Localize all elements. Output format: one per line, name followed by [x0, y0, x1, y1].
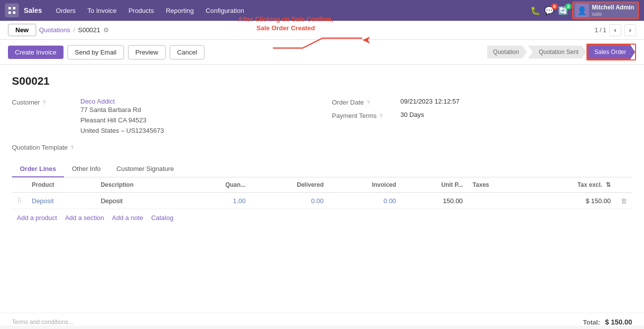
- bug-icon[interactable]: 🐛: [530, 6, 540, 15]
- nav-right: 🐛 💬 5 🔄 2 👤 Mitchell Admin sale: [530, 1, 639, 19]
- main-scroll-area[interactable]: S00021 Customer ? Deco Addict 77 Santa B…: [0, 65, 644, 326]
- tab-customer-signature[interactable]: Customer Signature: [109, 161, 182, 177]
- send-by-email-button[interactable]: Send by Email: [67, 45, 124, 59]
- catalog-link[interactable]: Catalog: [151, 214, 174, 221]
- customer-address: 77 Santa Barbara Rd Pleasant Hill CA 945…: [80, 105, 164, 136]
- drag-handle[interactable]: ⠿: [17, 197, 22, 205]
- col-unit-price: Unit P...: [401, 177, 467, 193]
- col-quantity: Quan...: [187, 177, 251, 193]
- new-button[interactable]: New: [8, 24, 36, 36]
- svg-rect-3: [13, 11, 15, 14]
- nav-items: Orders To Invoice Products Reporting Con…: [51, 5, 531, 16]
- main-content: S00021 Customer ? Deco Addict 77 Santa B…: [0, 65, 644, 313]
- customer-row: Customer ? Deco Addict 77 Santa Barbara …: [12, 98, 312, 136]
- tab-other-info[interactable]: Other Info: [64, 161, 109, 177]
- svg-rect-1: [13, 7, 15, 9]
- order-id: S00021: [12, 75, 632, 88]
- col-description: Description: [96, 177, 187, 193]
- action-bar-wrapper: Create Invoice Send by Email Preview Can…: [0, 40, 644, 65]
- order-date-row: Order Date ? 09/21/2023 12:12:57: [332, 98, 632, 106]
- customer-label: Customer ?: [12, 98, 76, 106]
- nav-item-configuration[interactable]: Configuration: [201, 5, 249, 16]
- app-menu-icon[interactable]: [5, 3, 19, 17]
- payment-terms-row: Payment Terms ? 30 Days: [332, 111, 632, 119]
- add-actions: Add a product Add a section Add a note C…: [12, 209, 632, 226]
- create-invoice-button[interactable]: Create Invoice: [8, 46, 64, 59]
- col-tax-excl: Tax excl. ⇅: [524, 177, 616, 193]
- sort-icon[interactable]: ⇅: [606, 181, 611, 188]
- tab-order-lines[interactable]: Order Lines: [12, 161, 64, 177]
- svg-rect-0: [8, 7, 11, 9]
- breadcrumb-parent[interactable]: Quotations: [39, 26, 70, 34]
- table-row: ⠿ Deposit Deposit 1.00 0.00 0.00 150.00 …: [12, 193, 632, 209]
- breadcrumb-separator: /: [73, 26, 75, 34]
- terms-bar: Terms and conditions... Total: $ 150.00: [0, 313, 644, 326]
- col-invoiced: Invoiced: [328, 177, 401, 193]
- status-step-quotation-sent[interactable]: Quotation Sent: [528, 46, 586, 58]
- avatar: 👤: [575, 3, 589, 17]
- product-delivered[interactable]: 0.00: [251, 193, 328, 209]
- product-tax-excl: $ 150.00: [524, 193, 616, 209]
- total-label: Total:: [583, 319, 600, 326]
- order-form: Customer ? Deco Addict 77 Santa Barbara …: [12, 98, 632, 151]
- top-navigation: Sales Orders To Invoice Products Reporti…: [0, 0, 644, 21]
- nav-item-orders[interactable]: Orders: [51, 5, 81, 16]
- action-bar: Create Invoice Send by Email Preview Can…: [0, 40, 644, 65]
- order-table: Product Description Quan... Delivered In…: [12, 177, 632, 209]
- product-invoiced[interactable]: 0.00: [328, 193, 401, 209]
- product-unit-price: 150.00: [401, 193, 467, 209]
- pagination: 1 / 1 ‹ ›: [595, 24, 636, 36]
- user-name: Mitchell Admin: [592, 4, 634, 11]
- user-role: sale: [592, 11, 634, 17]
- svg-rect-2: [8, 11, 11, 14]
- order-date-label: Order Date ?: [332, 98, 396, 106]
- user-profile[interactable]: 👤 Mitchell Admin sale: [572, 1, 639, 19]
- customer-value: Deco Addict 77 Santa Barbara Rd Pleasant…: [80, 98, 164, 136]
- chat-badge: 5: [551, 3, 558, 9]
- add-section-link[interactable]: Add a section: [65, 214, 104, 221]
- activity-badge: 2: [565, 3, 572, 9]
- preview-button[interactable]: Preview: [128, 45, 166, 59]
- status-step-sales-order[interactable]: Sales Order: [587, 45, 635, 59]
- status-pipeline: Quotation Quotation Sent Sales Order: [487, 44, 636, 60]
- status-step-quotation[interactable]: Quotation: [487, 46, 527, 58]
- product-name[interactable]: Deposit: [27, 193, 96, 209]
- nav-item-to-invoice[interactable]: To Invoice: [82, 5, 122, 16]
- spacer-area: [12, 226, 632, 266]
- settings-icon[interactable]: ⚙: [103, 26, 109, 34]
- nav-item-products[interactable]: Products: [124, 5, 159, 16]
- terms-conditions[interactable]: Terms and conditions...: [12, 319, 73, 326]
- quotation-template-label: Quotation Template ?: [12, 143, 76, 151]
- delete-row-icon[interactable]: 🗑: [621, 197, 627, 205]
- next-page-button[interactable]: ›: [624, 24, 636, 36]
- product-description: Deposit: [96, 193, 187, 209]
- breadcrumb-bar: New Quotations / S00021 ⚙ 1 / 1 ‹ ›: [0, 21, 644, 40]
- breadcrumb-current: S00021: [78, 26, 100, 34]
- activity-icon[interactable]: 🔄 2: [558, 6, 568, 15]
- quotation-template-row: Quotation Template ?: [12, 143, 312, 151]
- product-taxes: [468, 193, 524, 209]
- col-taxes: Taxes: [468, 177, 524, 193]
- order-date-value: 09/21/2023 12:12:57: [400, 98, 459, 105]
- col-delivered: Delivered: [251, 177, 328, 193]
- total-value: $ 150.00: [605, 318, 633, 326]
- pagination-text: 1 / 1: [595, 27, 606, 34]
- payment-terms-value: 30 Days: [400, 111, 424, 118]
- product-quantity[interactable]: 1.00: [187, 193, 251, 209]
- tabs-bar: Order Lines Other Info Customer Signatur…: [12, 161, 632, 177]
- chat-icon[interactable]: 💬 5: [544, 6, 554, 15]
- user-info: Mitchell Admin sale: [592, 4, 634, 17]
- add-product-link[interactable]: Add a product: [17, 214, 57, 221]
- col-product: Product: [27, 177, 96, 193]
- prev-page-button[interactable]: ‹: [609, 24, 621, 36]
- cancel-button[interactable]: Cancel: [170, 45, 204, 59]
- payment-terms-label: Payment Terms ?: [332, 111, 396, 119]
- nav-item-reporting[interactable]: Reporting: [161, 5, 198, 16]
- total-area: Total: $ 150.00: [583, 318, 632, 326]
- add-note-link[interactable]: Add a note: [112, 214, 143, 221]
- customer-name[interactable]: Deco Addict: [80, 98, 164, 105]
- app-name[interactable]: Sales: [24, 6, 42, 14]
